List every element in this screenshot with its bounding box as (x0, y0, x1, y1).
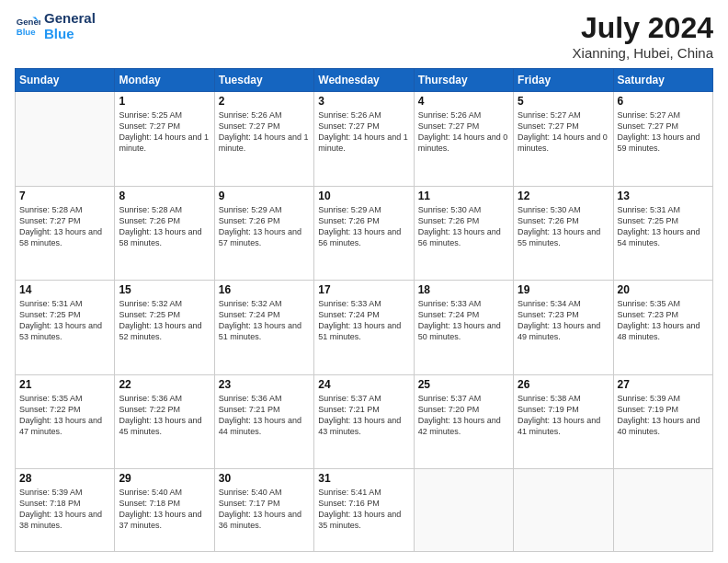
day-number: 25 (418, 378, 509, 391)
logo-text: General Blue (44, 11, 96, 41)
calendar-cell: 27Sunrise: 5:39 AMSunset: 7:19 PMDayligh… (613, 374, 712, 469)
calendar-week-row: 28Sunrise: 5:39 AMSunset: 7:18 PMDayligh… (16, 469, 713, 552)
cell-info: Sunrise: 5:32 AMSunset: 7:25 PMDaylight:… (119, 298, 210, 343)
day-number: 6 (618, 95, 709, 108)
calendar-cell: 9Sunrise: 5:29 AMSunset: 7:26 PMDaylight… (214, 186, 313, 281)
day-number: 30 (219, 472, 310, 485)
calendar-cell: 13Sunrise: 5:31 AMSunset: 7:25 PMDayligh… (613, 186, 712, 281)
cell-info: Sunrise: 5:29 AMSunset: 7:26 PMDaylight:… (318, 204, 409, 249)
cell-info: Sunrise: 5:33 AMSunset: 7:24 PMDaylight:… (418, 298, 509, 343)
weekday-header: Friday (514, 69, 613, 92)
calendar-cell: 26Sunrise: 5:38 AMSunset: 7:19 PMDayligh… (514, 374, 613, 469)
calendar-week-row: 14Sunrise: 5:31 AMSunset: 7:25 PMDayligh… (16, 281, 713, 375)
calendar-cell: 8Sunrise: 5:28 AMSunset: 7:26 PMDaylight… (115, 186, 214, 281)
calendar-cell (16, 92, 115, 187)
day-number: 24 (318, 378, 409, 391)
calendar-cell (613, 469, 712, 552)
cell-info: Sunrise: 5:35 AMSunset: 7:23 PMDaylight:… (618, 298, 709, 343)
cell-info: Sunrise: 5:41 AMSunset: 7:16 PMDaylight:… (318, 487, 409, 532)
day-number: 31 (318, 472, 409, 485)
calendar-cell: 11Sunrise: 5:30 AMSunset: 7:26 PMDayligh… (414, 186, 513, 281)
cell-info: Sunrise: 5:30 AMSunset: 7:26 PMDaylight:… (518, 204, 609, 249)
cell-info: Sunrise: 5:26 AMSunset: 7:27 PMDaylight:… (318, 109, 409, 155)
subtitle: Xianning, Hubei, China (573, 45, 713, 61)
day-number: 20 (618, 283, 709, 296)
day-number: 13 (618, 190, 709, 202)
day-number: 5 (518, 95, 609, 108)
day-number: 10 (318, 190, 409, 202)
day-number: 29 (119, 472, 210, 485)
calendar-cell: 6Sunrise: 5:27 AMSunset: 7:27 PMDaylight… (613, 92, 712, 187)
day-number: 14 (19, 283, 110, 296)
cell-info: Sunrise: 5:33 AMSunset: 7:24 PMDaylight:… (318, 298, 409, 343)
calendar-week-row: 21Sunrise: 5:35 AMSunset: 7:22 PMDayligh… (16, 374, 713, 469)
logo-line1: General (44, 11, 96, 27)
cell-info: Sunrise: 5:37 AMSunset: 7:20 PMDaylight:… (418, 393, 509, 438)
day-number: 1 (119, 95, 210, 108)
calendar-cell: 15Sunrise: 5:32 AMSunset: 7:25 PMDayligh… (115, 281, 214, 375)
calendar-cell: 5Sunrise: 5:27 AMSunset: 7:27 PMDaylight… (514, 92, 613, 187)
calendar-cell: 10Sunrise: 5:29 AMSunset: 7:26 PMDayligh… (314, 186, 414, 281)
calendar-cell: 20Sunrise: 5:35 AMSunset: 7:23 PMDayligh… (613, 281, 712, 375)
weekday-header: Tuesday (214, 69, 313, 92)
day-number: 2 (219, 95, 310, 108)
calendar-cell: 16Sunrise: 5:32 AMSunset: 7:24 PMDayligh… (214, 281, 313, 375)
day-number: 26 (518, 378, 609, 391)
calendar-cell (414, 469, 513, 552)
day-number: 17 (318, 283, 409, 296)
day-number: 7 (19, 190, 110, 202)
day-number: 12 (518, 190, 609, 202)
svg-text:General: General (17, 17, 40, 27)
cell-info: Sunrise: 5:28 AMSunset: 7:27 PMDaylight:… (19, 204, 110, 249)
calendar-cell: 17Sunrise: 5:33 AMSunset: 7:24 PMDayligh… (314, 281, 414, 375)
svg-text:Blue: Blue (17, 26, 36, 36)
cell-info: Sunrise: 5:29 AMSunset: 7:26 PMDaylight:… (219, 204, 310, 249)
weekday-header: Thursday (414, 69, 513, 92)
day-number: 8 (119, 190, 210, 202)
cell-info: Sunrise: 5:27 AMSunset: 7:27 PMDaylight:… (618, 109, 709, 155)
weekday-header: Saturday (613, 69, 712, 92)
cell-info: Sunrise: 5:31 AMSunset: 7:25 PMDaylight:… (618, 204, 709, 249)
cell-info: Sunrise: 5:39 AMSunset: 7:18 PMDaylight:… (19, 487, 110, 532)
day-number: 18 (418, 283, 509, 296)
day-number: 4 (418, 95, 509, 108)
calendar-cell: 19Sunrise: 5:34 AMSunset: 7:23 PMDayligh… (514, 281, 613, 375)
title-block: July 2024 Xianning, Hubei, China (573, 11, 713, 61)
calendar-cell: 12Sunrise: 5:30 AMSunset: 7:26 PMDayligh… (514, 186, 613, 281)
calendar-table: SundayMondayTuesdayWednesdayThursdayFrid… (15, 68, 713, 552)
day-number: 15 (119, 283, 210, 296)
weekday-header: Wednesday (314, 69, 414, 92)
calendar-header-row: SundayMondayTuesdayWednesdayThursdayFrid… (16, 69, 713, 92)
cell-info: Sunrise: 5:27 AMSunset: 7:27 PMDaylight:… (518, 109, 609, 155)
header: General Blue General Blue July 2024 Xian… (15, 11, 713, 61)
cell-info: Sunrise: 5:26 AMSunset: 7:27 PMDaylight:… (418, 109, 509, 155)
calendar-cell: 4Sunrise: 5:26 AMSunset: 7:27 PMDaylight… (414, 92, 513, 187)
calendar-cell (514, 469, 613, 552)
cell-info: Sunrise: 5:30 AMSunset: 7:26 PMDaylight:… (418, 204, 509, 249)
weekday-header: Monday (115, 69, 214, 92)
calendar-cell: 3Sunrise: 5:26 AMSunset: 7:27 PMDaylight… (314, 92, 414, 187)
calendar-week-row: 1Sunrise: 5:25 AMSunset: 7:27 PMDaylight… (16, 92, 713, 187)
cell-info: Sunrise: 5:31 AMSunset: 7:25 PMDaylight:… (19, 298, 110, 343)
calendar-cell: 31Sunrise: 5:41 AMSunset: 7:16 PMDayligh… (314, 469, 414, 552)
cell-info: Sunrise: 5:25 AMSunset: 7:27 PMDaylight:… (119, 109, 210, 155)
cell-info: Sunrise: 5:32 AMSunset: 7:24 PMDaylight:… (219, 298, 310, 343)
day-number: 22 (119, 378, 210, 391)
cell-info: Sunrise: 5:36 AMSunset: 7:21 PMDaylight:… (219, 393, 310, 438)
weekday-header: Sunday (16, 69, 115, 92)
calendar-cell: 24Sunrise: 5:37 AMSunset: 7:21 PMDayligh… (314, 374, 414, 469)
calendar-cell: 30Sunrise: 5:40 AMSunset: 7:17 PMDayligh… (214, 469, 313, 552)
day-number: 23 (219, 378, 310, 391)
cell-info: Sunrise: 5:28 AMSunset: 7:26 PMDaylight:… (119, 204, 210, 249)
cell-info: Sunrise: 5:39 AMSunset: 7:19 PMDaylight:… (618, 393, 709, 438)
calendar-cell: 22Sunrise: 5:36 AMSunset: 7:22 PMDayligh… (115, 374, 214, 469)
day-number: 21 (19, 378, 110, 391)
calendar-cell: 7Sunrise: 5:28 AMSunset: 7:27 PMDaylight… (16, 186, 115, 281)
calendar-cell: 25Sunrise: 5:37 AMSunset: 7:20 PMDayligh… (414, 374, 513, 469)
calendar-cell: 2Sunrise: 5:26 AMSunset: 7:27 PMDaylight… (214, 92, 313, 187)
day-number: 28 (19, 472, 110, 485)
logo-line2: Blue (44, 27, 96, 42)
calendar-cell: 23Sunrise: 5:36 AMSunset: 7:21 PMDayligh… (214, 374, 313, 469)
logo: General Blue General Blue (15, 11, 96, 41)
day-number: 11 (418, 190, 509, 202)
